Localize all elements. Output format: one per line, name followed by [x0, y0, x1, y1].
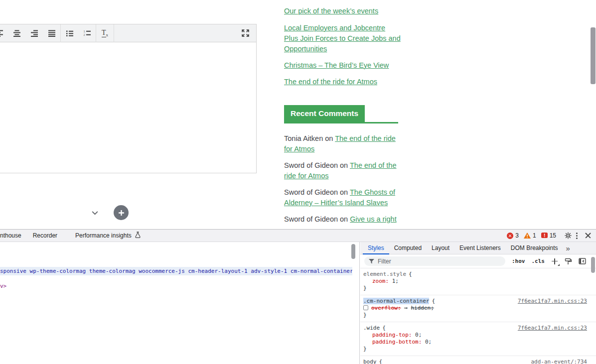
- tab-dom-breakpoints[interactable]: DOM Breakpoints: [506, 242, 563, 254]
- settings-gear-icon[interactable]: [564, 232, 572, 240]
- filter-funnel-icon: [369, 259, 374, 264]
- styles-filter-toolbar: :hov .cls: [360, 254, 596, 268]
- tab-recorder[interactable]: Recorder: [33, 232, 57, 239]
- editor-toolbar: 12 Tx: [0, 24, 256, 42]
- rule-selector[interactable]: body: [363, 359, 377, 364]
- stylesheet-source-link[interactable]: 7f6eac1fa7.min.css:23: [518, 298, 587, 305]
- comment-author: Tonia Aitken: [284, 134, 323, 142]
- align-center-icon[interactable]: [8, 24, 25, 42]
- tab-styles[interactable]: Styles: [363, 242, 389, 254]
- property-value[interactable]: hidden;: [411, 305, 434, 311]
- css-property: padding-top: 0;: [363, 332, 593, 339]
- devtools-panel: nthouse Recorder Performance insights 3 …: [0, 229, 596, 364]
- elements-panel: sponsive wp-theme-colormag theme-colorma…: [0, 242, 360, 364]
- stylesheet-source-link[interactable]: add-an-event/:734: [531, 359, 587, 364]
- tab-layout[interactable]: Layout: [427, 242, 454, 254]
- issues-icon[interactable]: [541, 233, 548, 239]
- post-link[interactable]: Christmas – The Bird’s Eye View: [284, 60, 401, 71]
- svg-text:2: 2: [83, 33, 85, 36]
- widget-title-bar: Recent Comments: [284, 105, 398, 123]
- add-block-button[interactable]: [114, 205, 129, 220]
- comment-post-link[interactable]: Give us a right: [350, 215, 397, 223]
- property-name[interactable]: overflow:: [371, 305, 401, 311]
- property-value[interactable]: 0;: [415, 332, 422, 338]
- justify-icon[interactable]: [43, 24, 60, 42]
- bullet-list-icon[interactable]: [61, 24, 78, 42]
- widget-title: Recent Comments: [284, 105, 365, 122]
- property-name[interactable]: padding-top:: [372, 332, 412, 338]
- comment-connector: on: [340, 188, 348, 196]
- recent-comments-widget: Recent Comments: [284, 105, 398, 123]
- css-property-disabled: overflow: → hidden;: [363, 305, 593, 312]
- css-property: padding-bottom: 0;: [363, 339, 593, 346]
- screen: 12 Tx Our pick of the week’s events Loca…: [0, 0, 596, 364]
- error-icon[interactable]: [507, 233, 513, 239]
- comment-connector: on: [340, 161, 348, 169]
- devtools-toolbar: nthouse Recorder Performance insights 3 …: [0, 230, 596, 242]
- property-enable-checkbox[interactable]: [363, 305, 368, 310]
- post-link[interactable]: Our pick of the week’s events: [284, 6, 401, 16]
- css-rule-body: body{ add-an-event/:734 padding-top: 0px…: [360, 356, 596, 364]
- devtools-toolbar-right: 3 1 15: [507, 232, 596, 240]
- more-tabs-chevrons-icon[interactable]: »: [563, 244, 573, 252]
- devtools-main: sponsive wp-theme-colormag theme-colorma…: [0, 242, 596, 364]
- class-toggle[interactable]: .cls: [532, 258, 545, 264]
- numbered-list-icon[interactable]: 12: [78, 24, 96, 42]
- close-devtools-icon[interactable]: [585, 232, 592, 239]
- fullscreen-icon[interactable]: [237, 24, 254, 42]
- property-name[interactable]: zoom:: [372, 278, 389, 284]
- warning-count[interactable]: 1: [533, 232, 536, 239]
- css-rule-element-style: element.style{ zoom: 1; }: [360, 268, 596, 295]
- align-left-icon[interactable]: [0, 24, 8, 42]
- comment-connector: on: [340, 215, 348, 223]
- elements-scrollbar-thumb[interactable]: [351, 244, 355, 259]
- styles-sidebar: Styles Computed Layout Event Listeners D…: [360, 242, 596, 364]
- comment-author: Sword of Gideon: [284, 215, 338, 223]
- rendering-emulation-icon[interactable]: [565, 258, 572, 265]
- text-editor: 12 Tx: [0, 24, 257, 173]
- rule-selector[interactable]: element.style: [363, 271, 406, 277]
- selected-dom-node[interactable]: sponsive wp-theme-colormag theme-colorma…: [0, 267, 352, 275]
- comments-list: Tonia Aitken on The end of the ride for …: [284, 133, 397, 231]
- css-rule-cm-normal-container: .cm-normal-container{ 7f6eac1fa7.min.css…: [360, 295, 596, 322]
- comment-item: Sword of Gideon on The Ghosts of Alderne…: [284, 187, 397, 208]
- rule-selector[interactable]: .cm-normal-container: [363, 298, 429, 304]
- property-name[interactable]: padding-bottom:: [372, 339, 422, 345]
- pseudo-state-toggle[interactable]: :hov: [512, 258, 525, 264]
- editor-content-area[interactable]: [0, 42, 256, 173]
- new-style-rule-plus-icon[interactable]: [551, 258, 558, 265]
- styles-filter-input[interactable]: [378, 258, 501, 265]
- plus-icon: [118, 210, 125, 216]
- more-options-kebab-icon[interactable]: [576, 235, 578, 237]
- comment-author: Sword of Gideon: [284, 161, 338, 169]
- tab-lighthouse[interactable]: nthouse: [0, 232, 21, 239]
- comment-author: Sword of Gideon: [284, 188, 338, 196]
- clear-formatting-icon[interactable]: Tx: [96, 24, 114, 42]
- warning-icon[interactable]: [524, 233, 531, 239]
- issues-count[interactable]: 15: [550, 232, 556, 239]
- closing-tag-fragment[interactable]: v>: [0, 282, 6, 290]
- post-link[interactable]: Local Employers and Jobcentre Plus Join …: [284, 23, 401, 54]
- computed-sidebar-dock-icon[interactable]: [579, 258, 586, 264]
- css-rule-wide: .wide{ 7f6eac1fa7.min.css:23 padding-top…: [360, 322, 596, 356]
- svg-text:1: 1: [83, 30, 85, 33]
- chevron-down-icon[interactable]: [91, 209, 100, 218]
- toolbar-separator: [114, 24, 114, 42]
- css-property: zoom: 1;: [363, 278, 593, 285]
- page-scrollbar-thumb[interactable]: [591, 27, 596, 84]
- tab-computed[interactable]: Computed: [389, 242, 427, 254]
- rule-selector[interactable]: .wide: [363, 325, 380, 331]
- align-right-icon[interactable]: [25, 24, 43, 42]
- styles-filter: [364, 256, 505, 266]
- styles-scrollbar-thumb[interactable]: [591, 257, 595, 273]
- property-value[interactable]: 1;: [392, 278, 399, 284]
- error-count[interactable]: 3: [515, 232, 519, 239]
- tab-performance-insights[interactable]: Performance insights: [75, 232, 132, 239]
- tab-event-listeners[interactable]: Event Listeners: [454, 242, 506, 254]
- comment-item: Tonia Aitken on The end of the ride for …: [284, 133, 397, 154]
- recent-posts-links: Our pick of the week’s events Local Empl…: [284, 6, 401, 87]
- property-value[interactable]: 0;: [425, 339, 432, 345]
- stylesheet-source-link[interactable]: 7f6eac1fa7.min.css:23: [518, 325, 587, 332]
- comment-connector: on: [325, 134, 333, 142]
- post-link[interactable]: The end of the ride for Atmos: [284, 77, 401, 87]
